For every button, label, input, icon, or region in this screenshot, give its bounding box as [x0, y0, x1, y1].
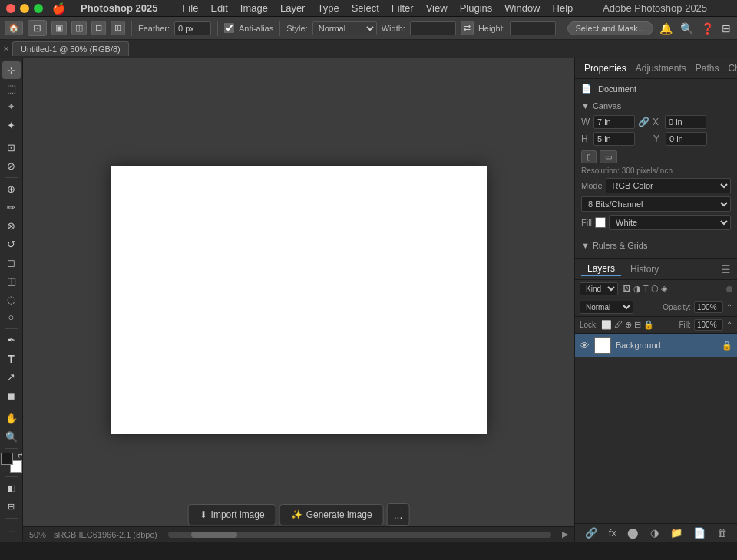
horizontal-scrollbar[interactable]	[168, 532, 551, 538]
menu-plugins[interactable]: Plugins	[454, 1, 499, 15]
pixel-layer-icon[interactable]: 🖼	[623, 284, 631, 294]
dodge-tool[interactable]: ○	[2, 308, 21, 326]
menu-type[interactable]: Type	[311, 1, 345, 15]
search-icon[interactable]: 🔍	[679, 21, 695, 36]
link-layers-icon[interactable]: 🔗	[585, 527, 597, 539]
color-selector[interactable]: ⇄	[1, 453, 22, 473]
fill-scrubber[interactable]: ⌃	[726, 321, 732, 329]
menu-view[interactable]: View	[420, 1, 454, 15]
select-mask-button[interactable]: Select and Mask...	[567, 21, 654, 35]
opacity-input[interactable]	[694, 301, 723, 313]
menu-image[interactable]: Image	[234, 1, 274, 15]
fill-color-select[interactable]: White Black Background Color Transparent	[609, 215, 731, 230]
eyedropper-tool[interactable]: ⊘	[2, 157, 21, 175]
add-mask-icon[interactable]: ⬤	[627, 527, 639, 539]
canvas-size-button[interactable]: ⊡	[28, 20, 47, 36]
foreground-color-box[interactable]	[1, 453, 13, 465]
new-layer-icon[interactable]: 📄	[693, 527, 706, 539]
history-brush-tool[interactable]: ↺	[2, 236, 21, 253]
canvas-height-input[interactable]	[593, 132, 635, 146]
notification-icon[interactable]: 🔔	[658, 21, 674, 36]
fill-percent-input[interactable]	[694, 319, 723, 331]
style-select[interactable]: Normal Fixed Ratio Fixed Size	[312, 21, 377, 35]
layer-kind-select[interactable]: Kind	[580, 282, 618, 295]
delete-layer-icon[interactable]: 🗑	[717, 527, 727, 539]
magic-wand-tool[interactable]: ✦	[2, 117, 21, 134]
healing-brush-tool[interactable]: ⊕	[2, 180, 21, 198]
more-options-button[interactable]: ...	[387, 503, 410, 526]
type-layer-icon[interactable]: T	[643, 284, 649, 294]
new-group-icon[interactable]: 📁	[670, 527, 682, 539]
eraser-tool[interactable]: ◻	[2, 254, 21, 272]
hand-tool[interactable]: ✋	[2, 410, 21, 427]
more-tools-icon[interactable]: …	[2, 521, 21, 539]
blur-tool[interactable]: ◌	[2, 291, 21, 308]
layer-visibility-icon[interactable]: 👁	[580, 340, 590, 351]
fill-color-swatch[interactable]	[595, 217, 606, 228]
swap-dimensions-button[interactable]: ⇄	[461, 21, 474, 35]
lock-transparent-icon[interactable]: ⬜	[601, 320, 612, 330]
canvas-fit-button[interactable]: ⊞	[111, 21, 125, 35]
close-button[interactable]	[6, 4, 15, 13]
width-input[interactable]	[410, 21, 456, 35]
quick-mask-icon[interactable]: ◧	[2, 479, 21, 497]
minimize-button[interactable]	[20, 4, 29, 13]
menu-help[interactable]: Help	[547, 1, 580, 15]
canvas-flip-h-button[interactable]: ◫	[71, 21, 87, 35]
maximize-button[interactable]	[34, 4, 43, 13]
pen-tool[interactable]: ✒	[2, 331, 21, 349]
shape-layer-icon[interactable]: ⬡	[651, 284, 659, 294]
gradient-tool[interactable]: ◫	[2, 272, 21, 290]
expand-icon[interactable]: ▶	[562, 529, 568, 539]
menu-edit[interactable]: Edit	[204, 1, 233, 15]
close-tab-icon[interactable]: ✕	[3, 44, 9, 53]
workspace-icon[interactable]: ⊟	[720, 21, 732, 36]
move-tool[interactable]: ⊹	[2, 61, 21, 79]
path-selection-tool[interactable]: ↗	[2, 368, 21, 386]
rulers-grids-header[interactable]: ▼ Rulers & Grids	[581, 241, 731, 250]
opacity-scrubber[interactable]: ⌃	[726, 303, 732, 311]
lasso-tool[interactable]: ⌖	[2, 98, 21, 116]
properties-tab[interactable]: Properties	[581, 61, 630, 75]
bit-depth-select[interactable]: 8 Bits/Channel 16 Bits/Channel 32 Bits/C…	[581, 196, 731, 212]
generate-image-button[interactable]: ✨ Generate image	[279, 504, 384, 525]
adjustment-layer-icon[interactable]: ◑	[633, 284, 641, 294]
help-icon[interactable]: ❓	[699, 21, 716, 36]
canvas-flip-v-button[interactable]: ⊟	[91, 21, 106, 35]
shape-tool[interactable]: ◼	[2, 387, 21, 404]
lock-position-icon[interactable]: ⊕	[625, 320, 632, 330]
color-mode-select[interactable]: RGB Color CMYK Color Grayscale	[606, 178, 731, 193]
feather-input[interactable]	[174, 21, 211, 35]
landscape-button[interactable]: ▭	[600, 150, 617, 163]
rectangular-marquee-tool[interactable]: ⬚	[2, 80, 21, 97]
lock-image-icon[interactable]: 🖊	[614, 320, 623, 330]
type-tool[interactable]: T	[2, 350, 21, 367]
lock-artboard-icon[interactable]: ⊟	[634, 320, 641, 330]
canvas-rotate-button[interactable]: ▣	[51, 21, 67, 35]
canvas-x-input[interactable]	[665, 115, 706, 129]
smart-object-icon[interactable]: ◈	[661, 284, 667, 294]
crop-tool[interactable]: ⊡	[2, 140, 21, 157]
blending-mode-select[interactable]: Normal Multiply Screen	[580, 301, 633, 314]
fx-icon[interactable]: fx	[609, 527, 616, 539]
swap-colors-icon[interactable]: ⇄	[18, 451, 24, 459]
layers-tab[interactable]: Layers	[581, 262, 621, 276]
document-tab[interactable]: Untitled-1 @ 50% (RGB/8)	[12, 41, 129, 56]
paths-tab[interactable]: Paths	[692, 61, 722, 75]
import-image-button[interactable]: ⬇ Import image	[188, 504, 276, 525]
menu-file[interactable]: File	[176, 1, 204, 15]
scrollbar-thumb[interactable]	[191, 532, 237, 538]
layers-panel-menu[interactable]: ☰	[721, 263, 731, 275]
link-dimensions-icon[interactable]: 🔗	[638, 117, 649, 127]
layer-item-background[interactable]: 👁 Background 🔒	[575, 334, 737, 357]
menu-layer[interactable]: Layer	[274, 1, 312, 15]
brush-tool[interactable]: ✏	[2, 199, 21, 216]
app-name[interactable]: Photoshop 2025	[74, 1, 164, 15]
lock-all-icon[interactable]: 🔒	[643, 320, 654, 330]
new-adjustment-icon[interactable]: ◑	[650, 527, 659, 539]
canvas-y-input[interactable]	[666, 132, 707, 146]
menu-filter[interactable]: Filter	[385, 1, 420, 15]
canvas-header[interactable]: ▼ Canvas	[581, 101, 731, 110]
anti-alias-checkbox[interactable]	[224, 23, 234, 33]
height-input[interactable]	[510, 21, 556, 35]
